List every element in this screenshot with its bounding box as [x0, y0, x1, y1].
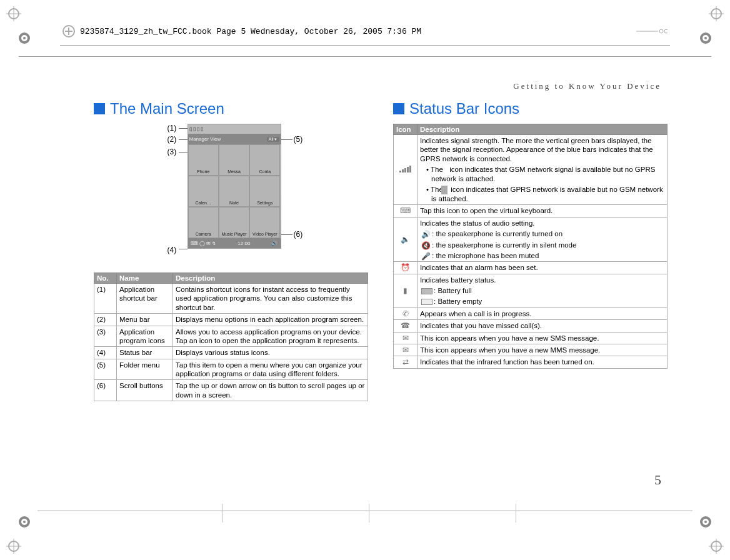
- speaker-on-icon: 🔊: [421, 231, 431, 238]
- header-underline: [60, 45, 670, 46]
- status-right-icons: 🔊: [271, 241, 278, 246]
- speaker-silent-icon: 🔇: [421, 242, 431, 249]
- heading-text: Status Bar Icons: [409, 100, 519, 118]
- phone-status-bar: ⌨ ◯ ✉ ↯ 12:00 🔊: [188, 238, 281, 248]
- table-row: ⇄ Indicates that the infrared function h…: [394, 356, 668, 368]
- mms-icon: ✉: [394, 344, 418, 356]
- cell-no: (2): [94, 314, 117, 326]
- cell-name: Application program icons: [117, 326, 173, 347]
- col-icon: Icon: [394, 124, 418, 135]
- crop-mark-icon: [6, 6, 21, 21]
- cell-no: (6): [94, 380, 117, 401]
- table-row: ☎ Indicates that you have missed call(s)…: [394, 320, 668, 332]
- callout-4: (4): [168, 246, 177, 254]
- app-icon: Note: [219, 176, 249, 207]
- callout-3: (3): [168, 148, 177, 156]
- callout-5: (5): [294, 135, 303, 144]
- main-screen-heading: The Main Screen: [94, 100, 368, 118]
- folder-menu-button: All ▾: [267, 137, 279, 142]
- phone-menu-bar: Manager View All ▾: [188, 134, 281, 144]
- keyboard-icon: ⌨: [394, 205, 418, 217]
- cell-desc: Contains shortcut icons for instant acce…: [173, 284, 368, 314]
- call-in-progress-icon: ✆: [394, 308, 418, 319]
- cell-desc: This icon appears when you have a new SM…: [418, 332, 668, 344]
- main-screen-table: No. Name Description (1) Application sho…: [94, 272, 368, 401]
- cell-desc: Indicates that an alarm has been set.: [418, 262, 668, 274]
- desc-bullet: • The icon indicates that GSM network si…: [426, 165, 664, 183]
- registration-mark-icon: [18, 515, 31, 529]
- app-icon: Settings: [249, 176, 280, 207]
- registration-mark-icon: [699, 515, 712, 529]
- svg-point-17: [704, 521, 707, 523]
- desc-line: : Battery empty: [420, 297, 664, 306]
- cell-desc: Tap the up or down arrow on tis button t…: [173, 380, 368, 401]
- table-row: (3) Application program icons Allows you…: [94, 326, 368, 347]
- callout-line: [281, 139, 292, 140]
- crop-tick: [516, 504, 516, 522]
- right-column: Status Bar Icons Icon Description Indica…: [393, 100, 668, 401]
- missed-call-icon: ☎: [394, 320, 418, 332]
- cell-desc: Tap this item to open a menu where you c…: [173, 359, 368, 380]
- svg-point-14: [23, 521, 26, 523]
- callout-line: [281, 234, 292, 235]
- cell-no: (5): [94, 359, 117, 380]
- callout-1: (1): [168, 124, 177, 132]
- cell-desc: Indicates signal strength. The more the …: [418, 135, 668, 205]
- cell-desc: Indicates that the infrared function has…: [418, 356, 668, 368]
- menu-item: View: [210, 136, 221, 142]
- app-icon: Music Player: [219, 207, 249, 238]
- app-icon: Video Player: [249, 207, 280, 238]
- status-icons-table: Icon Description Indicates signal streng…: [393, 124, 668, 369]
- app-icon: Calen…: [188, 176, 219, 207]
- desc-text: Indicates signal strength. The more the …: [420, 136, 664, 163]
- table-row: ▮ Indicates battery status. : Battery fu…: [394, 274, 668, 308]
- desc-line: : Battery full: [420, 286, 664, 295]
- cell-no: (4): [94, 347, 117, 359]
- cell-name: Application shortcut bar: [117, 284, 173, 314]
- callout-line: [179, 128, 188, 129]
- phone-body: ▯ ▯ ▯ ▯ Manager View All ▾ Phone Messa C…: [188, 124, 281, 249]
- cell-desc: Displays menu options in each applicatio…: [173, 314, 368, 326]
- table-row: (1) Application shortcut bar Contains sh…: [94, 284, 368, 314]
- svg-point-27: [664, 29, 668, 33]
- app-icon: Camera: [188, 207, 219, 238]
- crop-mark-icon: [709, 539, 724, 554]
- cell-no: (1): [94, 284, 117, 314]
- book-stamp-icon: [62, 25, 75, 38]
- table-row: (4) Status bar Displays various status i…: [94, 347, 368, 359]
- app-icon: Phone: [188, 144, 219, 176]
- shortcut-icon: ▯: [197, 126, 199, 132]
- registration-mark-icon: [18, 31, 31, 45]
- print-header: 9235874_3129_zh_tw_FCC.book Page 5 Wedne…: [62, 25, 668, 38]
- cell-desc: Indicates battery status. : Battery full…: [418, 274, 668, 308]
- crop-mark-icon: [709, 6, 724, 21]
- cell-desc: Tap this icon to open the virtual keyboa…: [418, 205, 668, 217]
- cell-desc: This icon appears when you have a new MM…: [418, 344, 668, 356]
- app-icon: Conta: [249, 144, 280, 176]
- table-row: ✉ This icon appears when you have a new …: [394, 332, 668, 344]
- col-no: No.: [94, 273, 117, 284]
- gprs-only-icon: [446, 186, 448, 194]
- shortcut-icon: ▯: [201, 126, 203, 132]
- page-number: 5: [654, 472, 661, 488]
- battery-empty-icon: [421, 299, 432, 305]
- cell-name: Folder menu: [117, 359, 173, 380]
- crop-line: [38, 511, 692, 511]
- stamp-decoration: [636, 27, 668, 36]
- svg-point-11: [704, 37, 707, 39]
- infrared-icon: ⇄: [394, 356, 418, 368]
- desc-line: 🔇: the speakerphone is currently in sile…: [420, 241, 664, 249]
- table-row: ⏰ Indicates that an alarm has been set.: [394, 262, 668, 274]
- heading-bullet-icon: [94, 103, 105, 114]
- phone-shortcut-bar: ▯ ▯ ▯ ▯: [188, 124, 281, 134]
- table-row: Indicates signal strength. The more the …: [394, 135, 668, 205]
- svg-point-26: [659, 29, 663, 33]
- crop-mark-icon: [6, 539, 21, 554]
- col-desc: Description: [173, 273, 368, 284]
- registration-mark-icon: [699, 31, 712, 45]
- left-column: The Main Screen (1) (2) (3) (4) (5) (6) …: [94, 100, 368, 401]
- shortcut-icon: ▯: [189, 126, 192, 132]
- print-stamp-text: 9235874_3129_zh_tw_FCC.book Page 5 Wedne…: [80, 27, 636, 36]
- desc-intro: Indicates battery status.: [420, 276, 664, 284]
- battery-full-icon: [421, 288, 432, 294]
